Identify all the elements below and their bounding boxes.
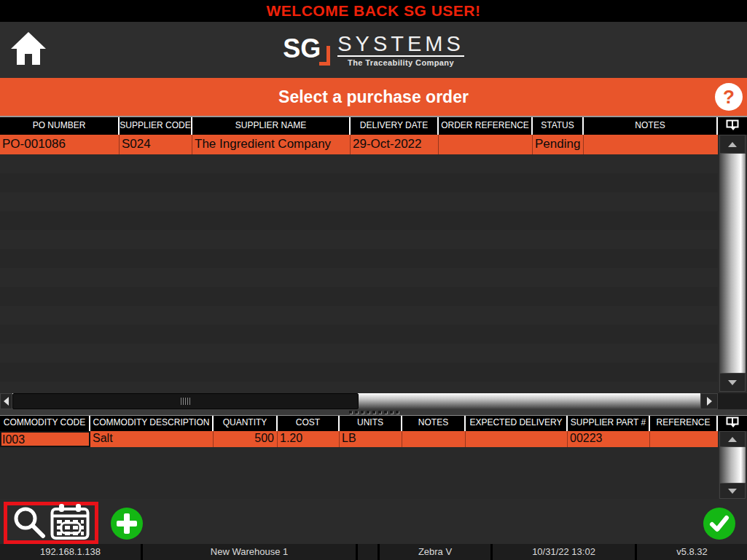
checkmark-icon — [703, 532, 736, 543]
line-grid-scroll-up-button[interactable] — [719, 431, 746, 447]
confirm-button[interactable] — [703, 507, 736, 540]
cell-line-notes — [402, 431, 466, 447]
line-grid-vscroll-track[interactable] — [719, 447, 746, 483]
search-button[interactable] — [12, 505, 46, 541]
po-grid-col-supplier-code[interactable]: SUPPLIER CODE — [120, 117, 192, 135]
page-title: Select a purchase order — [278, 87, 469, 107]
line-grid-col-supplier-part[interactable]: SUPPLIER PART # — [568, 416, 650, 431]
home-button[interactable] — [7, 28, 50, 71]
title-bar: Select a purchase order ? — [0, 78, 747, 116]
po-grid-col-status[interactable]: STATUS — [533, 117, 584, 135]
status-datetime: 10/31/22 13:02 — [493, 544, 635, 560]
line-grid-column-chooser-button[interactable] — [718, 416, 747, 431]
cell-expected-delivery — [466, 431, 568, 447]
welcome-banner: WELCOME BACK SG USER! — [0, 0, 747, 22]
cell-commodity-description: Salt — [90, 431, 214, 447]
line-grid-col-units[interactable]: UNITS — [340, 416, 402, 431]
status-bar: 192.168.1.138 New Warehouse 1 Zebra V 10… — [0, 544, 747, 560]
cell-reference — [650, 431, 718, 447]
arrow-down-icon — [728, 489, 737, 494]
arrow-up-icon — [728, 142, 737, 147]
cell-supplier-code: S024 — [120, 135, 192, 154]
cell-cost: 1.20 — [278, 431, 340, 447]
line-grid-col-notes[interactable]: NOTES — [402, 416, 466, 431]
line-grid-header: COMMODITY CODE COMMODITY DESCRIPTION QUA… — [0, 416, 747, 431]
line-grid-col-commodity-code[interactable]: COMMODITY CODE — [0, 416, 90, 431]
po-grid-column-chooser-button[interactable] — [718, 117, 747, 135]
cell-supplier-name: The Ingredient Company — [192, 135, 351, 154]
po-grid-col-po-number[interactable]: PO NUMBER — [0, 117, 120, 135]
line-grid-col-reference[interactable]: REFERENCE — [650, 416, 718, 431]
cell-order-reference — [439, 135, 533, 154]
calendar-button[interactable] — [50, 504, 90, 543]
po-grid-scroll-left-button[interactable] — [0, 393, 12, 409]
cell-po-number: PO-001086 — [0, 135, 120, 154]
po-grid-col-delivery-date[interactable]: DELIVERY DATE — [351, 117, 439, 135]
po-grid-hscroll-thumb[interactable] — [12, 393, 359, 409]
line-grid-col-cost[interactable]: COST — [278, 416, 340, 431]
status-spare — [358, 544, 378, 560]
po-grid-empty-body — [0, 154, 718, 393]
po-grid-selected-row[interactable]: PO-001086 S024 The Ingredient Company 29… — [0, 135, 718, 154]
calendar-icon — [50, 504, 90, 543]
cell-delivery-date: 29-Oct-2022 — [351, 135, 439, 154]
status-ip-address: 192.168.1.138 — [0, 544, 141, 560]
logo-bracket-shape — [319, 46, 330, 66]
cell-quantity: 500 — [214, 431, 278, 447]
po-grid-scroll-down-button[interactable] — [719, 373, 746, 392]
column-chooser-icon — [726, 119, 740, 133]
po-grid-scroll-right-button[interactable] — [700, 393, 718, 409]
cell-commodity-code[interactable]: I003 — [0, 431, 90, 447]
po-grid-col-order-reference[interactable]: ORDER REFERENCE — [439, 117, 533, 135]
cell-units: LB — [340, 431, 402, 447]
line-grid-col-quantity[interactable]: QUANTITY — [214, 416, 278, 431]
highlight-box — [4, 502, 98, 544]
add-purchase-order-button[interactable] — [110, 507, 144, 540]
logo-tagline: The Traceability Company — [337, 58, 464, 67]
home-icon — [9, 31, 47, 68]
arrow-up-icon — [728, 437, 737, 442]
status-printer-device: Zebra V — [380, 544, 490, 560]
column-chooser-icon — [726, 417, 740, 430]
sg-systems-logo: SG SYSTEMS The Traceability Company — [0, 22, 747, 78]
cell-status: Pending — [533, 135, 584, 154]
po-grid-col-notes[interactable]: NOTES — [584, 117, 718, 135]
cell-notes — [584, 135, 718, 154]
welcome-text: WELCOME BACK SG USER! — [267, 2, 481, 20]
line-grid-selected-row[interactable]: I003 Salt 500 1.20 LB 00223 — [0, 431, 718, 447]
status-version: v5.8.32 — [637, 544, 747, 560]
app-header: SG SYSTEMS The Traceability Company — [0, 22, 747, 78]
line-grid-scroll-down-button[interactable] — [719, 483, 746, 499]
po-grid-scroll-up-button[interactable] — [719, 135, 746, 154]
arrow-right-icon — [707, 397, 712, 406]
cell-supplier-part-number: 00223 — [568, 431, 650, 447]
po-grid-col-supplier-name[interactable]: SUPPLIER NAME — [192, 117, 351, 135]
logo-divider — [337, 55, 464, 57]
grid-splitter-handle[interactable] — [0, 409, 747, 415]
line-grid-col-commodity-description[interactable]: COMMODITY DESCRIPTION — [90, 416, 214, 431]
arrow-down-icon — [728, 380, 737, 385]
logo-sg-text: SG — [283, 34, 321, 63]
po-grid-header: PO NUMBER SUPPLIER CODE SUPPLIER NAME DE… — [0, 117, 747, 135]
plus-icon — [110, 532, 144, 543]
logo-systems-text: SYSTEMS — [337, 33, 464, 55]
status-warehouse: New Warehouse 1 — [143, 544, 356, 560]
search-icon — [12, 505, 46, 541]
scroll-corner — [718, 393, 747, 409]
bottom-toolbar — [0, 499, 747, 544]
arrow-left-icon — [4, 397, 9, 406]
help-button[interactable]: ? — [715, 83, 743, 111]
app-window: WELCOME BACK SG USER! SG SYSTEMS The Tra… — [0, 0, 747, 560]
po-grid-vscroll-track[interactable] — [719, 154, 746, 373]
question-mark-icon: ? — [723, 86, 735, 109]
line-grid-empty-body — [0, 447, 718, 499]
scroll-grip-icon — [181, 398, 190, 405]
line-grid-col-expected-delivery[interactable]: EXPECTED DELIVERY — [466, 416, 568, 431]
